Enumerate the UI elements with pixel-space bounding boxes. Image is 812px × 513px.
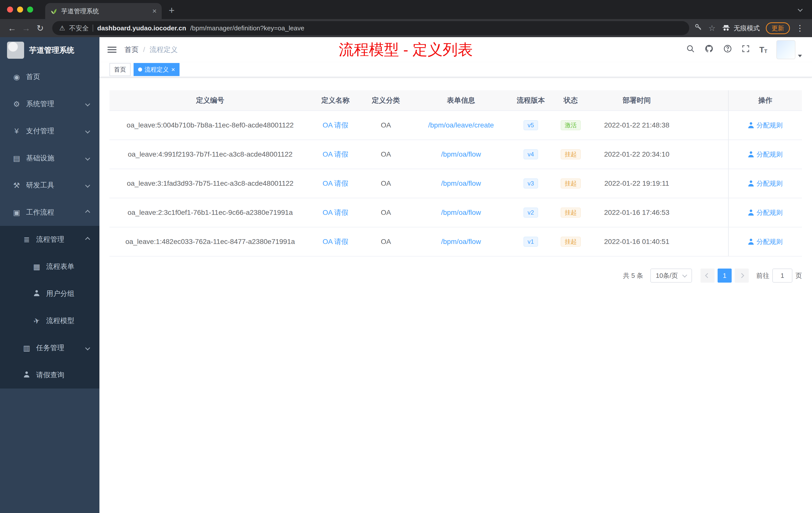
status-badge: 挂起 bbox=[561, 149, 581, 159]
definition-name-link[interactable]: OA 请假 bbox=[323, 120, 348, 130]
sidebar-item-process-form[interactable]: ▦ 流程表单 bbox=[0, 253, 99, 280]
sidebar-menu: ◉ 首页 ⚙ 系统管理 ¥ 支付管理 ▤ 基础设施 bbox=[0, 63, 99, 389]
chrome-update-button[interactable]: 更新 bbox=[766, 22, 790, 34]
table-row: oa_leave:2:3c1f0ef1-76b1-11ec-9c66-a2380… bbox=[110, 198, 802, 228]
new-tab-button[interactable]: + bbox=[169, 5, 174, 16]
person-icon bbox=[748, 180, 754, 186]
sidebar-item-payment-management[interactable]: ¥ 支付管理 bbox=[0, 117, 99, 145]
person-icon bbox=[748, 210, 754, 216]
goto-label: 前往 bbox=[756, 271, 769, 280]
security-label[interactable]: 不安全 bbox=[69, 24, 89, 33]
version-badge: v1 bbox=[523, 237, 538, 247]
chevron-up-icon bbox=[85, 237, 90, 242]
sidebar-item-infrastructure[interactable]: ▤ 基础设施 bbox=[0, 145, 99, 172]
avatar-caret-icon bbox=[798, 55, 802, 57]
tag-close-icon[interactable]: × bbox=[171, 66, 175, 73]
sidebar-item-user-group[interactable]: 用户分组 bbox=[0, 280, 99, 307]
browser-tab[interactable]: 芋道管理系统 × bbox=[45, 3, 162, 19]
definition-id: oa_leave:2:3c1f0ef1-76b1-11ec-9c66-a2380… bbox=[110, 198, 311, 227]
chevron-down-icon bbox=[85, 101, 90, 107]
sidebar-item-dev-tools[interactable]: ⚒ 研发工具 bbox=[0, 172, 99, 199]
col-definition-name: 定义名称 bbox=[311, 90, 360, 111]
chevron-down-icon bbox=[85, 128, 90, 133]
address-bar[interactable]: ⚠ 不安全 dashboard.yudao.iocoder.cn/bpm/man… bbox=[52, 21, 689, 35]
assign-rule-link[interactable]: 分配规则 bbox=[748, 150, 783, 159]
sidebar-item-system-management[interactable]: ⚙ 系统管理 bbox=[0, 90, 99, 117]
page-size-select[interactable]: 10条/页 bbox=[650, 269, 692, 282]
collapse-sidebar-icon[interactable] bbox=[108, 47, 116, 53]
tag-process-definition[interactable]: 流程定义 × bbox=[134, 63, 179, 76]
sidebar-item-task-management[interactable]: ▥ 任务管理 bbox=[0, 334, 99, 361]
toolbar-actions: ☆ 无痕模式 更新 ⋮ bbox=[694, 22, 807, 34]
sidebar-item-leave-query[interactable]: 请假查询 bbox=[0, 361, 99, 389]
definition-name-link[interactable]: OA 请假 bbox=[323, 208, 348, 217]
tab-search-chevron-icon[interactable] bbox=[799, 4, 802, 13]
table-header-row: 定义编号 定义名称 定义分类 表单信息 流程版本 状态 部署时间 操作 bbox=[110, 90, 802, 111]
tab-title: 芋道管理系统 bbox=[61, 7, 148, 15]
col-definition-id: 定义编号 bbox=[110, 90, 311, 111]
reload-button[interactable]: ↻ bbox=[33, 21, 47, 35]
definition-name-link[interactable]: OA 请假 bbox=[323, 179, 348, 188]
sidebar-item-process-management[interactable]: ≣ 流程管理 bbox=[0, 226, 99, 253]
forward-button[interactable]: → bbox=[19, 21, 33, 35]
tab-close-icon[interactable]: × bbox=[152, 7, 157, 15]
page-1-button[interactable]: 1 bbox=[718, 269, 732, 282]
definition-category: OA bbox=[360, 228, 412, 256]
yen-icon: ¥ bbox=[12, 127, 21, 135]
github-icon[interactable] bbox=[704, 44, 714, 56]
definition-category: OA bbox=[360, 140, 412, 169]
prev-page-button[interactable] bbox=[700, 269, 715, 282]
sidebar-brand: 芋道管理系统 bbox=[0, 37, 99, 63]
chevron-down-icon bbox=[85, 156, 90, 161]
sidebar-item-home[interactable]: ◉ 首页 bbox=[0, 63, 99, 90]
sidebar-item-workflow[interactable]: ▣ 工作流程 bbox=[0, 199, 99, 226]
table-row: oa_leave:4:991f2193-7b7f-11ec-a3c8-acde4… bbox=[110, 140, 802, 169]
form-link[interactable]: /bpm/oa/leave/create bbox=[428, 121, 494, 129]
status-badge: 挂起 bbox=[561, 208, 581, 218]
user-avatar[interactable] bbox=[776, 40, 802, 59]
maximize-window-button[interactable] bbox=[27, 6, 33, 12]
url-path: /bpm/manager/definition?key=oa_leave bbox=[190, 24, 304, 32]
definition-name-link[interactable]: OA 请假 bbox=[323, 150, 348, 159]
next-page-button[interactable] bbox=[735, 269, 749, 282]
url-host: dashboard.yudao.iocoder.cn bbox=[97, 24, 186, 32]
fullscreen-icon[interactable] bbox=[741, 44, 750, 55]
deploy-time: 2022-01-22 20:34:10 bbox=[590, 140, 684, 169]
tag-home[interactable]: 首页 bbox=[110, 63, 130, 76]
close-window-button[interactable] bbox=[7, 6, 13, 12]
help-icon[interactable] bbox=[723, 44, 732, 55]
devtools-icon: ⚒ bbox=[12, 181, 21, 190]
tab-strip: 芋道管理系统 × + bbox=[0, 0, 812, 19]
assign-rule-link[interactable]: 分配规则 bbox=[748, 237, 783, 246]
warning-icon: ⚠ bbox=[59, 24, 65, 32]
back-button[interactable]: ← bbox=[5, 21, 19, 35]
minimize-window-button[interactable] bbox=[17, 6, 23, 12]
breadcrumb-current: 流程定义 bbox=[150, 45, 178, 55]
version-badge: v3 bbox=[523, 178, 538, 188]
definition-name-link[interactable]: OA 请假 bbox=[323, 237, 348, 246]
bookmark-star-icon[interactable]: ☆ bbox=[708, 23, 716, 33]
status-badge: 挂起 bbox=[561, 237, 581, 247]
assign-rule-link[interactable]: 分配规则 bbox=[748, 121, 783, 130]
assign-rule-link[interactable]: 分配规则 bbox=[748, 208, 783, 217]
infrastructure-icon: ▤ bbox=[12, 154, 21, 163]
browser-menu-icon[interactable]: ⋮ bbox=[796, 23, 804, 33]
deploy-time: 2022-01-22 19:19:11 bbox=[590, 169, 684, 198]
search-icon[interactable] bbox=[686, 44, 695, 55]
breadcrumb-home[interactable]: 首页 bbox=[124, 45, 139, 55]
col-deploy-time: 部署时间 bbox=[590, 90, 684, 111]
active-dot bbox=[138, 67, 142, 71]
definition-id: oa_leave:4:991f2193-7b7f-11ec-a3c8-acde4… bbox=[110, 140, 311, 169]
key-icon[interactable] bbox=[694, 23, 702, 33]
assign-rule-link[interactable]: 分配规则 bbox=[748, 179, 783, 188]
form-link[interactable]: /bpm/oa/flow bbox=[441, 238, 481, 246]
incognito-label: 无痕模式 bbox=[734, 24, 760, 33]
goto-page-input[interactable] bbox=[772, 269, 792, 282]
font-size-icon[interactable]: TT bbox=[759, 46, 767, 54]
form-link[interactable]: /bpm/oa/flow bbox=[441, 209, 481, 217]
sidebar-item-process-model[interactable]: ✈ 流程模型 bbox=[0, 307, 99, 334]
page-annotation: 流程模型 - 定义列表 bbox=[339, 38, 472, 61]
form-link[interactable]: /bpm/oa/flow bbox=[441, 150, 481, 158]
form-link[interactable]: /bpm/oa/flow bbox=[441, 179, 481, 187]
chevron-down-icon bbox=[682, 273, 687, 278]
